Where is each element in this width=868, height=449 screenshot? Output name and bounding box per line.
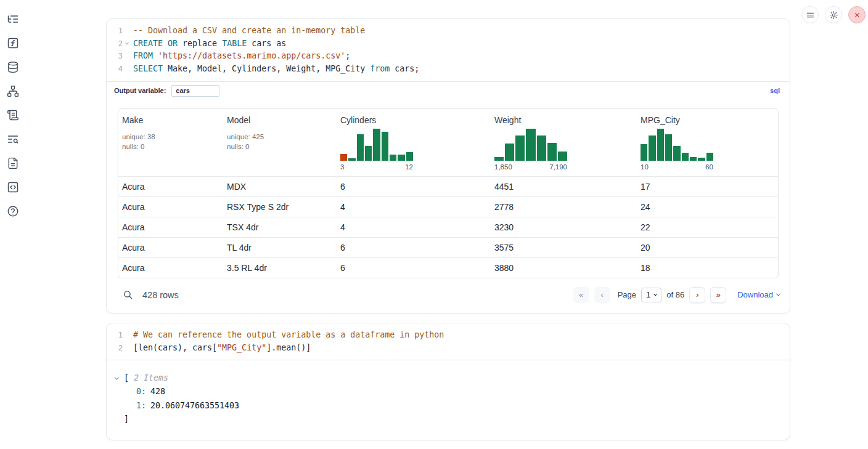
table-cell: Acura: [118, 197, 223, 217]
fold-gutter: [123, 329, 131, 341]
table-row[interactable]: AcuraMDX6445117: [118, 176, 778, 196]
table-row[interactable]: AcuraRSX Type S 2dr4277824: [118, 196, 778, 217]
histogram-bar[interactable]: [398, 155, 404, 161]
column-header[interactable]: Modelunique: 425nulls: 0: [223, 109, 337, 176]
histogram-bar[interactable]: [665, 134, 672, 161]
code-snippets-icon: [7, 181, 19, 195]
table-cell: TSX 4dr: [223, 217, 337, 237]
column-histogram: 1,8507,190: [494, 129, 567, 171]
fold-gutter: [123, 342, 131, 354]
histogram-bar[interactable]: [698, 158, 705, 161]
histogram-bar[interactable]: [505, 144, 514, 161]
histogram-bar[interactable]: [382, 132, 388, 161]
code-text: [len(cars), cars["MPG_City"].mean()]: [131, 342, 311, 354]
column-header[interactable]: Weight1,8507,190: [491, 109, 637, 176]
column-name: Cylinders: [340, 115, 487, 125]
table-cell: 6: [337, 177, 491, 196]
table-cell: MDX: [223, 177, 337, 196]
histogram-bar[interactable]: [641, 144, 647, 161]
column-header[interactable]: Cylinders312: [337, 109, 491, 176]
code-line[interactable]: 2[len(cars), cars["MPG_City"].mean()]: [107, 342, 790, 355]
python-editor[interactable]: 1# We can reference the output variable …: [107, 323, 790, 360]
document-icon: [7, 157, 19, 171]
search-icon[interactable]: [123, 289, 133, 300]
page-label: Page: [618, 290, 636, 299]
settings-button[interactable]: [825, 6, 842, 23]
tree-item[interactable]: 1:20.060747663551403: [115, 399, 781, 413]
code-line[interactable]: 3FROM 'https://datasets.marimo.app/cars.…: [107, 50, 790, 63]
fold-gutter: [123, 25, 131, 37]
output-variable-input[interactable]: [171, 85, 219, 97]
histogram-bar[interactable]: [340, 154, 347, 161]
code-line[interactable]: 4SELECT Make, Model, Cylinders, Weight, …: [107, 63, 790, 76]
sidebar-button-dependency-graph[interactable]: [6, 84, 20, 99]
table-body: AcuraMDX6445117AcuraRSX Type S 2dr427782…: [118, 176, 778, 278]
sidebar-button-code-snippets[interactable]: [6, 180, 20, 195]
histogram-bars: [340, 129, 413, 161]
histogram-bar[interactable]: [348, 158, 355, 161]
menu-button[interactable]: [801, 6, 819, 23]
tree-collapse-icon[interactable]: [115, 377, 124, 380]
histogram-bar[interactable]: [526, 129, 535, 161]
code-line[interactable]: 2CREATE OR replace TABLE cars as: [107, 38, 790, 51]
table-row[interactable]: AcuraTL 4dr6357520: [118, 237, 778, 257]
code-line[interactable]: 1# We can reference the output variable …: [107, 329, 790, 342]
table-row[interactable]: AcuraTSX 4dr4323022: [118, 217, 778, 237]
page-select-value: 1: [646, 290, 650, 299]
table-cell: 4: [337, 217, 491, 237]
histogram-bar[interactable]: [682, 153, 689, 161]
line-number: 1: [107, 25, 123, 38]
tree-item[interactable]: 0:428: [115, 385, 781, 399]
table-cell: 20: [637, 238, 778, 257]
histogram-bar[interactable]: [649, 136, 655, 161]
sidebar-button-function[interactable]: [6, 36, 20, 51]
column-header[interactable]: MPG_City1060: [637, 109, 778, 176]
column-header[interactable]: Makeunique: 38nulls: 0: [118, 109, 223, 176]
histogram-axis-labels: 312: [340, 163, 413, 171]
histogram-bar[interactable]: [706, 153, 713, 161]
first-page-button[interactable]: «: [573, 287, 589, 303]
table-cell: 4: [337, 197, 491, 217]
sidebar-button-document[interactable]: [6, 156, 20, 171]
line-number: 3: [107, 50, 123, 63]
table-cell: TL 4dr: [223, 238, 337, 257]
histogram-bar[interactable]: [690, 157, 697, 161]
sidebar-button-scroll[interactable]: [6, 108, 20, 123]
column-name: Model: [227, 115, 333, 125]
histogram-bar[interactable]: [365, 146, 372, 161]
histogram-bar[interactable]: [515, 136, 525, 161]
histogram-bar[interactable]: [373, 129, 380, 161]
page-select[interactable]: 1: [641, 288, 661, 302]
table-row[interactable]: Acura3.5 RL 4dr6388018: [118, 257, 778, 278]
last-page-button[interactable]: »: [710, 287, 726, 303]
histogram-bar[interactable]: [357, 134, 364, 161]
table-cell: Acura: [118, 217, 223, 237]
histogram-bar[interactable]: [558, 152, 567, 161]
sidebar-button-text-search[interactable]: [6, 132, 20, 147]
help-icon: [7, 205, 19, 219]
column-name: Weight: [494, 115, 633, 125]
code-line[interactable]: 1-- Download a CSV and create an in-memo…: [107, 25, 790, 38]
tree-root: [ 2 Items: [115, 371, 781, 385]
chevron-down-icon: [653, 293, 657, 296]
next-page-button[interactable]: ›: [689, 287, 705, 303]
histogram-bar[interactable]: [494, 157, 504, 161]
sql-editor[interactable]: 1-- Download a CSV and create an in-memo…: [107, 19, 790, 81]
fold-gutter: [123, 63, 131, 75]
histogram-bar[interactable]: [390, 155, 396, 161]
histogram-bar[interactable]: [406, 152, 413, 161]
histogram-bar[interactable]: [547, 143, 557, 161]
column-name: Make: [122, 115, 219, 125]
prev-page-button[interactable]: ‹: [594, 287, 610, 303]
sidebar-button-database[interactable]: [6, 60, 20, 75]
close-button[interactable]: [848, 6, 866, 23]
tree-item-value: 20.060747663551403: [150, 401, 239, 410]
histogram-bar[interactable]: [673, 146, 680, 161]
histogram-bar[interactable]: [657, 129, 664, 161]
download-button[interactable]: Download: [737, 290, 780, 299]
sidebar-button-file-tree[interactable]: [6, 12, 20, 27]
table-cell: 3230: [491, 217, 637, 237]
sidebar-button-help[interactable]: [6, 204, 20, 219]
histogram-bar[interactable]: [537, 136, 546, 161]
fold-gutter: [123, 50, 131, 62]
